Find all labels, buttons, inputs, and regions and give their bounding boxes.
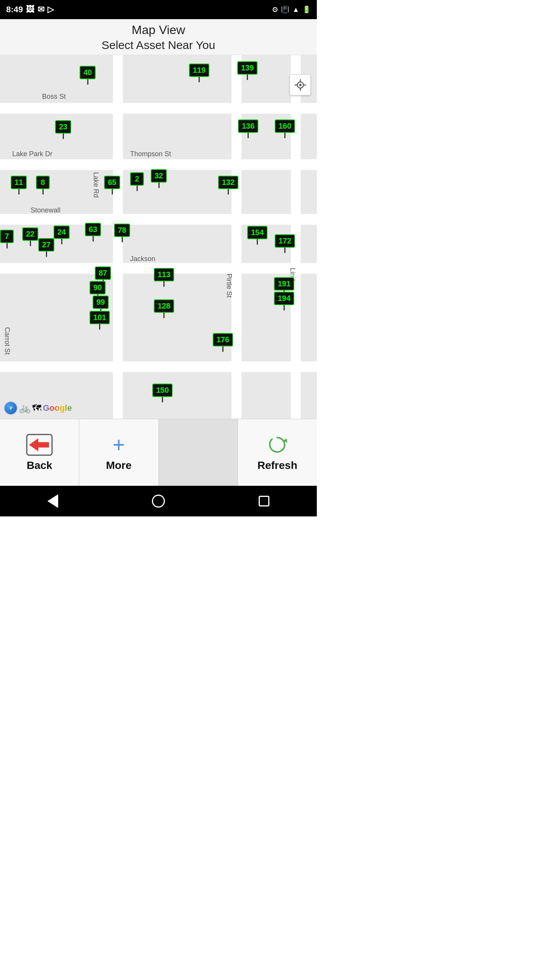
- thompson-label: Thompson St: [130, 150, 171, 158]
- marker-7[interactable]: 7: [0, 230, 14, 248]
- location-crosshair-icon: [295, 79, 306, 91]
- refresh-label: Refresh: [258, 459, 297, 472]
- home-nav-button[interactable]: [148, 491, 169, 512]
- page-subtitle: Select Asset Near You: [0, 39, 317, 52]
- blank-button: [159, 419, 238, 486]
- svg-marker-7: [29, 438, 38, 451]
- marker-2[interactable]: 2: [130, 172, 144, 191]
- status-bar: 8:49 🖼 ✉ ▷ ⊙ 📳 ▲ 🔋: [0, 0, 317, 19]
- back-nav-icon: [47, 494, 58, 508]
- road-bottom: [0, 361, 317, 372]
- location-button[interactable]: [290, 74, 311, 95]
- home-nav-icon: [152, 495, 165, 508]
- gmail-icon: ✉: [37, 5, 44, 15]
- map-area[interactable]: Boss St Lake Park Dr Thompson St Lake Rd…: [0, 55, 317, 419]
- marker-132[interactable]: 132: [218, 176, 238, 194]
- marker-24[interactable]: 24: [54, 225, 70, 244]
- marker-63[interactable]: 63: [85, 223, 101, 242]
- marker-22[interactable]: 22: [22, 227, 38, 246]
- jackson-label: Jackson: [130, 255, 155, 263]
- marker-23[interactable]: 23: [55, 120, 71, 139]
- marker-27[interactable]: 27: [38, 238, 54, 257]
- marker-78[interactable]: 78: [114, 224, 130, 242]
- location-icon: ⊙: [272, 5, 278, 14]
- lake-rd-label: Lake Rd: [92, 172, 100, 198]
- games-icon: ▷: [47, 5, 54, 15]
- vibrate-icon: 📳: [281, 5, 289, 14]
- marker-176[interactable]: 176: [213, 333, 233, 352]
- google-logo: Google: [43, 403, 72, 413]
- marker-128[interactable]: 128: [154, 299, 174, 318]
- marker-119[interactable]: 119: [189, 64, 209, 82]
- back-icon: [26, 433, 53, 456]
- svg-point-1: [299, 84, 302, 86]
- back-label: Back: [27, 459, 52, 472]
- marker-194[interactable]: 194: [274, 292, 294, 310]
- road-pirtle: [231, 55, 241, 419]
- marker-101[interactable]: 101: [90, 311, 110, 330]
- marker-65[interactable]: 65: [104, 176, 120, 194]
- refresh-button[interactable]: Refresh: [238, 419, 317, 486]
- toolbar: Back + More Refresh: [0, 419, 317, 486]
- carrot-label: Carrot St: [3, 327, 11, 355]
- marker-160[interactable]: 160: [275, 119, 295, 138]
- pirtle-label: Pirtle St: [225, 274, 233, 298]
- more-label: More: [106, 459, 132, 472]
- marker-11[interactable]: 11: [11, 176, 27, 194]
- back-button[interactable]: Back: [0, 419, 79, 486]
- status-left: 8:49 🖼 ✉ ▷: [6, 5, 54, 15]
- marker-136[interactable]: 136: [238, 119, 258, 138]
- svg-rect-8: [37, 442, 49, 448]
- road-lake-park: [0, 159, 317, 170]
- more-button[interactable]: + More: [79, 419, 158, 486]
- marker-40[interactable]: 40: [80, 66, 96, 85]
- road-boss-st: [0, 103, 317, 114]
- battery-icon: 🔋: [302, 5, 311, 14]
- google-watermark: 🌍 🚲 🗺 Google: [4, 401, 72, 415]
- marker-113[interactable]: 113: [154, 268, 174, 287]
- maps-icon: 🗺: [32, 403, 41, 413]
- marker-172[interactable]: 172: [275, 234, 295, 253]
- marker-150[interactable]: 150: [152, 384, 173, 402]
- recent-nav-icon: [259, 496, 269, 506]
- plus-icon: +: [107, 433, 130, 456]
- status-right: ⊙ 📳 ▲ 🔋: [272, 5, 311, 14]
- time-display: 8:49: [6, 5, 23, 15]
- marker-139[interactable]: 139: [237, 61, 258, 80]
- globe-icon: 🌍: [4, 401, 18, 415]
- boss-st-label: Boss St: [42, 93, 66, 101]
- marker-32[interactable]: 32: [151, 169, 167, 188]
- marker-8[interactable]: 8: [36, 176, 50, 194]
- lake-park-label: Lake Park Dr: [12, 150, 52, 158]
- wifi-icon: ▲: [292, 6, 299, 14]
- recent-nav-button[interactable]: [254, 491, 275, 512]
- marker-154[interactable]: 154: [247, 226, 267, 245]
- nav-bar: [0, 486, 317, 516]
- page-title: Map View: [0, 23, 317, 37]
- road-stonewall: [0, 214, 317, 225]
- stonewall-label: Stonewall: [31, 206, 60, 214]
- page-header: Map View Select Asset Near You: [0, 19, 317, 55]
- back-nav-button[interactable]: [42, 491, 64, 512]
- photo-icon: 🖼: [26, 5, 34, 15]
- bike-icon: 🚲: [19, 403, 31, 413]
- refresh-icon: [266, 433, 289, 456]
